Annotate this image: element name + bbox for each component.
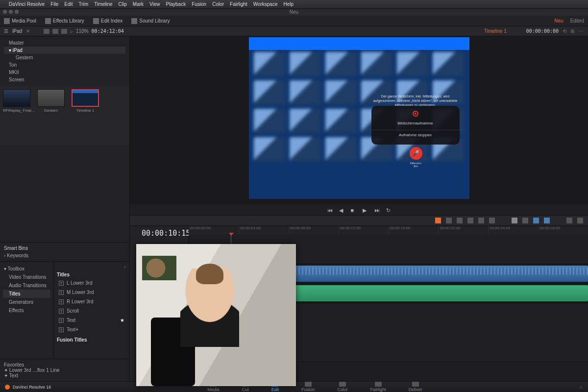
title-item[interactable]: TM Lower 3rd bbox=[57, 288, 126, 297]
ui-toolbar: Media Pool Effects Library Edit Index So… bbox=[0, 16, 588, 26]
fx-search-icon[interactable]: ⌕ bbox=[57, 264, 126, 269]
insert-icon[interactable] bbox=[467, 218, 473, 223]
page-fusion[interactable]: Fusion bbox=[301, 382, 315, 392]
stop-icon[interactable]: ■ bbox=[351, 207, 356, 212]
title-item[interactable]: TText+ bbox=[57, 325, 126, 334]
fx-video-transitions[interactable]: Video Transitions bbox=[3, 273, 50, 281]
menu-color[interactable]: Color bbox=[212, 1, 224, 7]
fx-generators[interactable]: Generators bbox=[3, 298, 50, 306]
viewer-options-icon[interactable]: ⊞ bbox=[570, 28, 574, 34]
bin-gestern[interactable]: Gestern bbox=[4, 54, 125, 61]
view-sort-icon[interactable] bbox=[61, 29, 67, 34]
favorite-item[interactable]: ✦ Lower 3rd …flox 1 Line bbox=[4, 368, 125, 373]
edit-index-toggle[interactable]: Edit Index bbox=[93, 18, 122, 24]
loop-icon[interactable]: ↻ bbox=[386, 207, 391, 212]
home-icon[interactable]: ⌂ bbox=[574, 385, 588, 390]
favorite-item[interactable]: ✦ Text bbox=[4, 373, 125, 378]
transport-controls: ⏮ ◀ ■ ▶ ⏭ ↻ bbox=[130, 204, 588, 215]
bypass-icon[interactable]: ⟲ bbox=[563, 28, 566, 34]
search-icon[interactable]: ⌕ bbox=[70, 28, 73, 34]
effects-list: ⌕ Titles TL Lower 3rd TM Lower 3rd TR Lo… bbox=[54, 262, 129, 359]
window-titlebar: Neu bbox=[0, 9, 588, 16]
smart-bins-header: Smart Bins bbox=[4, 245, 125, 251]
timeline-name[interactable]: Timeline 1 bbox=[484, 28, 526, 34]
overlay-note: Der ganze Bildschirm, inkl. Mitteilungen… bbox=[371, 94, 460, 107]
fx-titles[interactable]: Titles bbox=[3, 290, 50, 298]
menu-view[interactable]: View bbox=[149, 1, 160, 7]
program-viewer[interactable]: Der ganze Bildschirm, inkl. Mitteilungen… bbox=[130, 36, 588, 199]
next-clip-icon[interactable]: ⏭ bbox=[374, 207, 379, 212]
edit-index-icon bbox=[93, 18, 99, 24]
menu-mark[interactable]: Mark bbox=[133, 1, 144, 7]
menu-workspace[interactable]: Workspace bbox=[253, 1, 278, 7]
title-item[interactable]: TText★ bbox=[57, 316, 126, 325]
close-bin-icon[interactable]: ✕ bbox=[26, 28, 30, 34]
smart-bins-panel: Smart Bins › Keywords bbox=[0, 242, 129, 261]
media-pool-toggle[interactable]: Media Pool bbox=[4, 18, 36, 24]
menu-timeline[interactable]: Timeline bbox=[94, 1, 112, 7]
overwrite-icon[interactable] bbox=[478, 218, 484, 223]
bin-master[interactable]: Master bbox=[4, 39, 125, 47]
page-fairlight[interactable]: Fairlight bbox=[370, 382, 386, 392]
title-item[interactable]: TR Lower 3rd bbox=[57, 297, 126, 306]
thumb-clip[interactable]: RPReplay_Final… bbox=[3, 89, 30, 113]
page-color[interactable]: Color bbox=[337, 382, 348, 392]
macos-menubar[interactable]: DaVinci Resolve File Edit Trim Timeline … bbox=[0, 0, 588, 9]
menu-playback[interactable]: Playback bbox=[166, 1, 186, 7]
menu-help[interactable]: Help bbox=[283, 1, 294, 7]
window-title: Neu bbox=[290, 9, 298, 15]
bin-ipad[interactable]: ▾ iPad bbox=[4, 47, 125, 54]
page-deliver[interactable]: Deliver bbox=[409, 382, 422, 392]
prev-clip-icon[interactable]: ⏮ bbox=[327, 207, 332, 212]
sound-library-toggle[interactable]: Sound Library bbox=[131, 18, 170, 24]
zoom-tool-icon[interactable] bbox=[566, 218, 572, 223]
source-duration: 00:24:12:04 bbox=[92, 28, 124, 34]
thumb-folder[interactable]: Gestern bbox=[37, 89, 65, 113]
bin-ton[interactable]: Ton bbox=[4, 61, 125, 69]
title-item[interactable]: TL Lower 3rd bbox=[57, 278, 126, 288]
menu-trim[interactable]: Trim bbox=[79, 1, 89, 7]
trim-tool-icon[interactable] bbox=[446, 218, 452, 223]
app-name[interactable]: DaVinci Resolve bbox=[9, 1, 45, 7]
viewer-scrubber[interactable] bbox=[130, 199, 588, 204]
breadcrumb[interactable]: iPad bbox=[12, 28, 22, 34]
fx-toolbox[interactable]: ▾ Toolbox bbox=[3, 265, 50, 273]
options-icon[interactable] bbox=[577, 218, 583, 223]
menu-fairlight[interactable]: Fairlight bbox=[230, 1, 247, 7]
link-icon[interactable] bbox=[512, 218, 517, 223]
thumb-timeline[interactable]: Timeline 1 bbox=[72, 89, 99, 113]
selection-tool-icon[interactable] bbox=[435, 218, 441, 223]
play-icon[interactable]: ▶ bbox=[363, 207, 368, 212]
project-tab-inactive[interactable]: Edited bbox=[570, 18, 584, 24]
bin-screen[interactable]: Screen bbox=[4, 76, 125, 83]
resolve-logo-icon bbox=[5, 385, 10, 390]
effects-library-toggle[interactable]: Effects Library bbox=[45, 18, 84, 24]
step-back-icon[interactable]: ◀ bbox=[339, 207, 344, 212]
marker-icon[interactable] bbox=[533, 218, 539, 223]
zoom-level[interactable]: 110% bbox=[76, 28, 89, 34]
menu-clip[interactable]: Clip bbox=[119, 1, 127, 7]
menu-file[interactable]: File bbox=[50, 1, 58, 7]
bin-mkii[interactable]: MKII bbox=[4, 69, 125, 76]
timeline-toolbar bbox=[130, 215, 588, 226]
microphone-icon: 🎤 bbox=[410, 147, 422, 160]
more-icon[interactable]: ⋯ bbox=[578, 28, 583, 34]
replace-icon[interactable] bbox=[489, 218, 495, 223]
smart-bin-keywords[interactable]: › Keywords bbox=[4, 253, 125, 258]
fx-effects[interactable]: Effects bbox=[3, 306, 50, 315]
view-list-icon[interactable] bbox=[44, 29, 49, 34]
snap-icon[interactable] bbox=[522, 218, 528, 223]
timeline-ruler[interactable]: 00:00:00:00 00:00:04:00 00:00:08:00 00:0… bbox=[189, 226, 588, 235]
traffic-lights[interactable] bbox=[3, 10, 19, 14]
view-thumb-icon[interactable] bbox=[52, 29, 58, 34]
project-tab-active[interactable]: Neu bbox=[554, 18, 563, 24]
menu-fusion[interactable]: Fusion bbox=[192, 1, 206, 7]
fx-audio-transitions[interactable]: Audio Transitions bbox=[3, 281, 50, 290]
flag-icon[interactable] bbox=[544, 218, 550, 223]
viewer-timecode: 00:00:00:00 bbox=[526, 28, 559, 34]
panel-options-icon[interactable]: ☰ bbox=[4, 28, 8, 34]
blade-tool-icon[interactable] bbox=[457, 218, 463, 223]
sound-icon bbox=[131, 18, 137, 24]
title-item[interactable]: TScroll bbox=[57, 306, 126, 316]
menu-edit[interactable]: Edit bbox=[64, 1, 73, 7]
